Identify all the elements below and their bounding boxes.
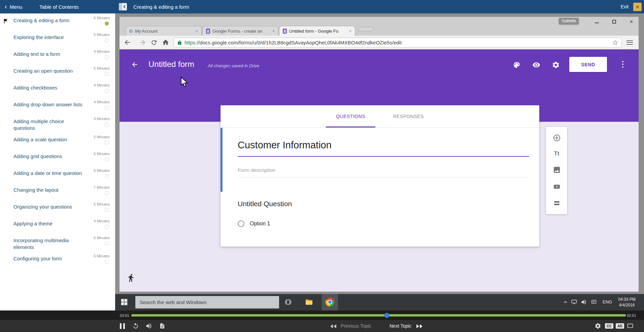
toc-item-exploring-interface[interactable]: Exploring the interface 5 Minutes bbox=[0, 30, 115, 47]
windows-taskbar: Search the web and Windows ENG 04:33 PM … bbox=[115, 294, 644, 310]
tab-responses[interactable]: RESPONSES bbox=[383, 105, 434, 127]
radio-icon[interactable] bbox=[238, 220, 244, 227]
description-underline bbox=[238, 177, 529, 178]
exit-button[interactable]: Exit bbox=[621, 4, 629, 9]
language-indicator[interactable]: ENG bbox=[603, 299, 612, 304]
add-title-icon[interactable]: Tt bbox=[554, 150, 559, 157]
player-settings-icon[interactable] bbox=[595, 323, 601, 329]
question-title-input[interactable]: Untitled Question bbox=[238, 200, 292, 208]
refresh-icon[interactable] bbox=[150, 39, 158, 46]
tab-questions[interactable]: QUESTIONS bbox=[326, 105, 375, 127]
add-video-icon[interactable] bbox=[553, 183, 561, 191]
tab-my-account[interactable]: G My Account × bbox=[126, 26, 202, 36]
form-name[interactable]: Untitled form bbox=[148, 60, 194, 69]
tray-chevron-up-icon[interactable] bbox=[563, 300, 568, 305]
overflow-menu-icon[interactable] bbox=[621, 61, 624, 69]
back-chevron-icon: ‹ bbox=[5, 3, 7, 10]
toc-item-duration: 6 Minutes bbox=[94, 16, 110, 20]
menu-button[interactable]: ‹ Menu bbox=[5, 0, 22, 13]
add-question-icon[interactable] bbox=[553, 134, 561, 142]
tab-google-forms-create[interactable]: Google Forms - create an × bbox=[202, 26, 278, 36]
toc-item-meta: 4 Minutes bbox=[94, 117, 110, 126]
toc-item-checkboxes[interactable]: Adding checkboxes 4 Minutes bbox=[0, 81, 115, 98]
preview-eye-icon[interactable] bbox=[532, 61, 540, 69]
toc-item-open-question[interactable]: Creating an open question 5 Minutes bbox=[0, 64, 115, 81]
task-view-icon[interactable] bbox=[284, 298, 292, 306]
toc-item-scale-question[interactable]: Adding a scale question 5 Minutes bbox=[0, 133, 115, 149]
progress-bar[interactable] bbox=[131, 314, 626, 317]
network-icon[interactable] bbox=[571, 299, 577, 305]
toc-item-multimedia-elements[interactable]: Incorporating multimedia elements 6 Minu… bbox=[0, 233, 115, 252]
tab-close-icon[interactable]: × bbox=[271, 29, 275, 34]
home-icon[interactable] bbox=[162, 39, 169, 46]
transcript-icon[interactable] bbox=[159, 323, 165, 329]
form-title-input[interactable]: Customer Information bbox=[238, 140, 332, 151]
palette-icon[interactable] bbox=[513, 61, 521, 69]
taskbar-clock[interactable]: 04:33 PM 4/4/2016 bbox=[617, 297, 636, 308]
forward-icon[interactable] bbox=[139, 39, 146, 46]
chrome-taskbar-icon[interactable] bbox=[326, 298, 334, 306]
closed-captions-button[interactable]: CC bbox=[605, 323, 613, 329]
start-button-icon[interactable] bbox=[121, 298, 128, 306]
toc-item-duration: 4 Minutes bbox=[94, 219, 110, 223]
tab-close-icon[interactable]: × bbox=[348, 29, 352, 34]
toc-item-adding-text[interactable]: Adding text to a form 4 Minutes bbox=[0, 47, 115, 64]
display-mode-icon[interactable] bbox=[627, 323, 634, 329]
progress-circle-icon bbox=[105, 72, 109, 76]
previous-topic-icon[interactable] bbox=[329, 324, 337, 329]
close-course-button[interactable]: ✕ bbox=[633, 3, 642, 11]
progress-circle-icon bbox=[105, 89, 109, 93]
toc-item-title: Creating an open question bbox=[13, 66, 73, 74]
next-topic-icon[interactable] bbox=[415, 324, 423, 329]
file-explorer-icon[interactable] bbox=[305, 298, 313, 306]
address-bar[interactable]: https://docs.google.com/forms/u/0/d/1h2L… bbox=[174, 38, 622, 47]
tab-untitled-form[interactable]: Untitled form - Google Fo × bbox=[279, 26, 355, 36]
toc-item-applying-theme[interactable]: Applying a theme 4 Minutes bbox=[0, 217, 115, 233]
toc-item-title: Organizing your questions bbox=[13, 202, 72, 210]
replay-icon[interactable] bbox=[132, 323, 139, 329]
speaker-icon[interactable] bbox=[581, 299, 587, 305]
toc-item-duration: 4 Minutes bbox=[94, 117, 110, 121]
username-tag: Isabella bbox=[559, 18, 579, 24]
send-button[interactable]: SEND bbox=[569, 57, 607, 72]
add-image-icon[interactable] bbox=[553, 166, 561, 174]
progress-circle-icon bbox=[105, 260, 109, 264]
back-icon[interactable] bbox=[124, 39, 131, 46]
progress-dot[interactable] bbox=[384, 313, 389, 318]
toc-item-organizing-questions[interactable]: Organizing your questions 5 Minutes bbox=[0, 200, 115, 217]
new-tab-button[interactable] bbox=[358, 27, 375, 31]
toc-item-changing-layout[interactable]: Changing the layout 7 Minutes bbox=[0, 183, 115, 200]
toc-item-title: Adding checkboxes bbox=[13, 83, 57, 91]
add-section-icon[interactable] bbox=[553, 199, 561, 207]
option-row[interactable]: Option 1 bbox=[238, 220, 270, 227]
bookmark-star-icon[interactable] bbox=[612, 39, 618, 46]
window-close-button[interactable]: ✕ bbox=[630, 20, 633, 24]
toc-item-creating-editing-form[interactable]: Creating & editing a form 6 Minutes bbox=[0, 13, 115, 30]
minimize-button[interactable] bbox=[595, 20, 599, 23]
toc-item-meta: 6 Minutes bbox=[94, 152, 110, 161]
pause-button[interactable] bbox=[120, 323, 125, 329]
progress-circle-icon bbox=[105, 55, 109, 59]
browser-menu-icon[interactable] bbox=[626, 40, 633, 45]
settings-gear-icon[interactable] bbox=[552, 61, 560, 69]
volume-icon[interactable] bbox=[145, 323, 152, 329]
maximize-button[interactable] bbox=[612, 20, 616, 24]
forms-back-icon[interactable] bbox=[131, 61, 138, 68]
toc-item-duration: 5 Minutes bbox=[94, 254, 110, 258]
previous-topic-button[interactable]: Previous Topic bbox=[341, 323, 371, 329]
toc-item-duration: 6 Minutes bbox=[94, 236, 110, 240]
progress-circle-icon bbox=[105, 141, 109, 145]
next-topic-button[interactable]: Next Topic bbox=[389, 323, 411, 329]
taskbar-search-input[interactable]: Search the web and Windows bbox=[135, 296, 279, 308]
audio-description-button[interactable]: AD bbox=[616, 323, 624, 329]
toc-item-dropdown-lists[interactable]: Adding drop-down answer lists 4 Minutes bbox=[0, 98, 115, 114]
toc-item-configuring-form[interactable]: Configuring your form 5 Minutes bbox=[0, 252, 115, 268]
action-center-icon[interactable] bbox=[591, 299, 597, 305]
form-description-input[interactable]: Form description bbox=[238, 167, 275, 173]
sidebar-toggle-button[interactable] bbox=[118, 2, 127, 11]
google-forms-icon bbox=[206, 29, 210, 34]
toc-item-date-time-question[interactable]: Adding a date or time question 5 Minutes bbox=[0, 166, 115, 183]
toc-item-grid-questions[interactable]: Adding grid questions 6 Minutes bbox=[0, 149, 115, 166]
toc-item-multiple-choice[interactable]: Adding multiple choice questions 4 Minut… bbox=[0, 114, 115, 133]
tab-close-icon[interactable]: × bbox=[195, 29, 199, 34]
